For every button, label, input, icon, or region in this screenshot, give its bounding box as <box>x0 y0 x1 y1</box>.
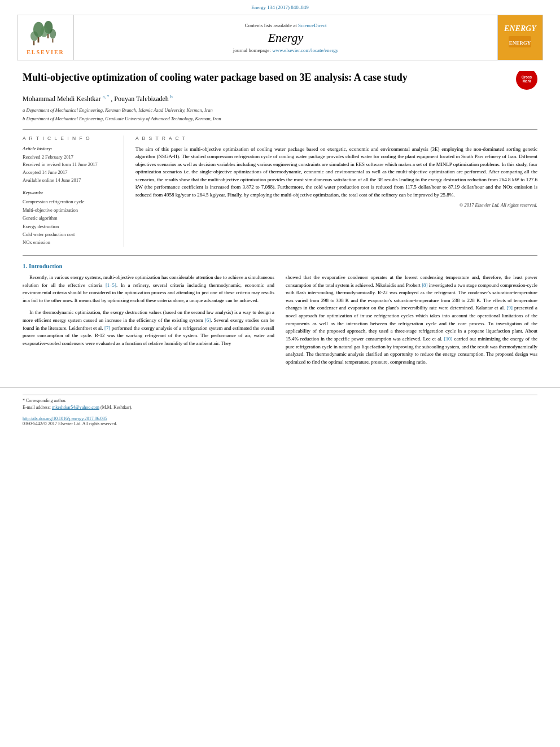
accepted-date: Accepted 14 June 2017 <box>23 169 117 177</box>
author-separator: , Pouyan Talebizadeh <box>111 95 170 103</box>
article-title: Multi-objective optimization of cooling … <box>23 71 537 84</box>
history-label: Article history: <box>23 146 117 151</box>
author-b-sup: b <box>170 94 173 99</box>
contents-line: Contents lists available at ScienceDirec… <box>245 23 327 28</box>
svg-rect-3 <box>38 37 40 43</box>
keywords-list: Compression refrigeration cycle Multi-ob… <box>23 198 117 247</box>
affiliation-b: b Department of Mechanical Engineering, … <box>23 115 537 123</box>
svg-point-2 <box>41 27 48 37</box>
ref-8: [8] <box>422 282 427 288</box>
received-date: Received 2 February 2017 <box>23 154 117 161</box>
keyword-5: Cold water production cost <box>23 230 117 238</box>
svg-rect-8 <box>53 39 54 43</box>
issn-line: 0360-5442/© 2017 Elsevier Ltd. All right… <box>23 421 537 426</box>
ref-9: [9] <box>507 305 513 311</box>
intro-col-right: showed that the evaporative condenser op… <box>286 274 537 371</box>
author-email-link[interactable]: mkeshtkar54@yahoo.com <box>52 405 99 410</box>
affiliations: a Department of Mechanical Engineering, … <box>23 107 537 123</box>
elsevier-logo: ELSEVIER <box>27 20 64 55</box>
article-info-header: A R T I C L E I N F O <box>23 136 117 141</box>
intro-col1-p1: Recently, in various energy systems, mul… <box>23 274 274 348</box>
corresponding-author-note: * Corresponding author. <box>23 397 537 404</box>
affiliation-a: a Department of Mechanical Engineering, … <box>23 107 537 114</box>
journal-info-center: Contents lists available at ScienceDirec… <box>74 15 497 60</box>
homepage-url[interactable]: www.elsevier.com/locate/energy <box>272 47 338 53</box>
svg-rect-7 <box>33 41 34 46</box>
svg-rect-4 <box>47 34 49 38</box>
svg-point-5 <box>31 31 38 41</box>
keyword-6: NOx emission <box>23 238 117 246</box>
email-note: E-mail address: mkeshtkar54@yahoo.com (M… <box>23 404 537 411</box>
intro-col-left: Recently, in various energy systems, mul… <box>23 274 274 371</box>
available-date: Available online 14 June 2017 <box>23 177 117 185</box>
svg-text:ENERGY: ENERGY <box>509 40 531 46</box>
introduction-title: 1. Introduction <box>23 263 537 269</box>
abstract-header: A B S T R A C T <box>135 136 537 141</box>
energy-logo-icon: ENERGY <box>506 33 534 50</box>
author-a-sup: a, * <box>103 94 110 99</box>
received-revised-date: Received in revised form 11 June 2017 <box>23 161 117 169</box>
ref-7: [7] <box>104 325 110 331</box>
journal-citation: Energy 134 (2017) 840–849 <box>0 0 560 12</box>
author-names: Mohammad Mehdi Keshtkar <box>23 95 103 103</box>
ref-6: [6] <box>205 317 211 323</box>
energy-badge-area: ENERGY ENERGY <box>497 15 542 60</box>
svg-point-6 <box>50 29 56 38</box>
sciencedirect-link[interactable]: ScienceDirect <box>298 23 326 28</box>
authors-line: Mohammad Mehdi Keshtkar a, * , Pouyan Ta… <box>23 94 537 103</box>
doi-link[interactable]: http://dx.doi.org/10.1016/j.energy.2017.… <box>23 416 107 421</box>
keywords-label: Keywords: <box>23 190 117 195</box>
article-content: CrossMark Multi-objective optimization o… <box>0 63 560 382</box>
citation-text: Energy 134 (2017) 840–849 <box>251 5 309 10</box>
introduction-section: 1. Introduction Recently, in various ene… <box>23 255 537 371</box>
energy-badge: ENERGY ENERGY <box>504 24 536 51</box>
keyword-4: Exergy destruction <box>23 222 117 230</box>
article-footer: * Corresponding author. E-mail address: … <box>0 387 560 431</box>
journal-homepage: journal homepage: www.elsevier.com/locat… <box>233 47 339 53</box>
abstract-text: The aim of this paper is multi-objective… <box>135 146 537 199</box>
journal-name: Energy <box>268 30 304 45</box>
crossmark-badge: CrossMark <box>516 71 537 90</box>
keyword-3: Genetic algorithm <box>23 214 117 222</box>
copyright-line: © 2017 Elsevier Ltd. All rights reserved… <box>135 202 537 208</box>
elsevier-logo-area: ELSEVIER <box>18 15 74 60</box>
keyword-2: Multi-objective optimization <box>23 206 117 214</box>
ref-10: [10] <box>444 336 453 342</box>
footer-divider <box>23 395 537 395</box>
elsevier-label: ELSEVIER <box>27 49 64 55</box>
page-container: Energy 134 (2017) 840–849 ELSEVIER <box>0 0 560 747</box>
ref-1-5: [1–5] <box>106 282 116 288</box>
introduction-body: Recently, in various energy systems, mul… <box>23 274 537 371</box>
keyword-1: Compression refrigeration cycle <box>23 198 117 206</box>
elsevier-tree-icon <box>28 20 62 48</box>
article-info-abstract-section: A R T I C L E I N F O Article history: R… <box>23 129 537 247</box>
abstract-column: A B S T R A C T The aim of this paper is… <box>135 136 537 247</box>
journal-header-box: ELSEVIER Contents lists available at Sci… <box>17 15 543 60</box>
intro-col2-p1: showed that the evaporative condenser op… <box>286 274 537 366</box>
article-info-column: A R T I C L E I N F O Article history: R… <box>23 136 124 247</box>
